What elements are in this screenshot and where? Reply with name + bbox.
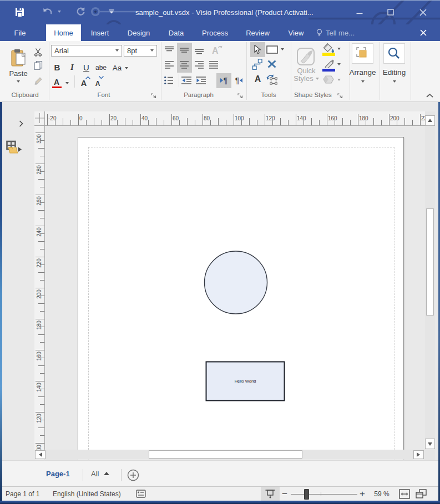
effects-button[interactable]: [323, 75, 334, 84]
insert-page-button[interactable]: [127, 469, 139, 481]
tab-file[interactable]: File: [8, 24, 32, 41]
rotate-text-button[interactable]: A: [209, 43, 224, 58]
scroll-up-button[interactable]: [425, 115, 436, 126]
bullets-button[interactable]: [161, 73, 176, 88]
font-size-combobox[interactable]: 8pt: [124, 45, 157, 57]
arrange-button[interactable]: [352, 43, 373, 64]
shape-styles-dialog-launcher[interactable]: [337, 93, 343, 99]
paste-label: Paste: [9, 69, 27, 78]
collapse-ribbon-button[interactable]: [424, 92, 435, 99]
bold-button[interactable]: B: [52, 60, 62, 74]
save-button[interactable]: [12, 4, 27, 19]
strikethrough-button[interactable]: abe: [95, 60, 107, 74]
maximize-button[interactable]: [380, 0, 402, 24]
font-name-dropdown[interactable]: [113, 45, 122, 57]
tab-data[interactable]: Data: [163, 24, 189, 41]
redo-button[interactable]: [73, 4, 88, 19]
horizontal-scrollbar[interactable]: [34, 450, 436, 460]
tab-home[interactable]: Home: [46, 24, 81, 41]
font-color-button[interactable]: A: [51, 75, 62, 89]
tab-design[interactable]: Design: [123, 24, 155, 41]
tab-insert[interactable]: Insert: [84, 24, 115, 41]
line-dropdown[interactable]: [336, 62, 342, 67]
cut-button[interactable]: [32, 46, 44, 58]
undo-dropdown[interactable]: [55, 4, 63, 19]
decrease-indent-button[interactable]: [179, 73, 194, 88]
align-bottom-button[interactable]: [192, 43, 207, 58]
page-count-status[interactable]: Page 1 of 1: [6, 487, 39, 501]
page-tab-page1[interactable]: Page-1: [46, 461, 70, 486]
scroll-left-button[interactable]: [35, 450, 45, 459]
align-top-button[interactable]: [162, 43, 177, 58]
align-left-button[interactable]: [162, 58, 177, 73]
window-top-edge: [0, 0, 440, 1]
page-tab-all[interactable]: All: [91, 461, 109, 486]
font-size-dropdown[interactable]: [148, 45, 156, 57]
editing-dropdown[interactable]: [378, 80, 411, 83]
scroll-down-button[interactable]: [425, 439, 436, 449]
rotate-tool-button[interactable]: [266, 73, 279, 85]
shape-circle[interactable]: [205, 251, 267, 314]
connector-tool-button[interactable]: [252, 59, 263, 70]
paste-button[interactable]: Paste: [7, 42, 30, 89]
tab-review[interactable]: Review: [241, 24, 275, 41]
justify-button[interactable]: [206, 58, 221, 73]
tell-me-box[interactable]: Tell me...: [316, 24, 355, 41]
vertical-scrollbar[interactable]: [425, 111, 436, 460]
format-painter-icon: [34, 77, 43, 85]
minimize-button[interactable]: [348, 0, 371, 24]
ltr-paragraph-button[interactable]: ¶: [216, 73, 231, 88]
grow-font-button[interactable]: A: [78, 75, 90, 89]
switch-windows-button[interactable]: [416, 489, 427, 499]
editing-button[interactable]: [383, 43, 405, 64]
align-right-button[interactable]: [192, 58, 207, 73]
paragraph-dialog-launcher[interactable]: [237, 93, 244, 99]
increase-indent-button[interactable]: [193, 73, 208, 88]
pointer-tool-button[interactable]: [250, 42, 266, 57]
change-case-dropdown[interactable]: [124, 60, 129, 74]
close-window-button[interactable]: [412, 0, 434, 24]
horizontal-scroll-thumb[interactable]: [149, 450, 302, 459]
plus-circle-icon: [127, 469, 139, 481]
effects-dropdown[interactable]: [336, 78, 342, 82]
align-middle-button[interactable]: [177, 43, 192, 58]
copy-button[interactable]: [32, 59, 44, 72]
font-name-combobox[interactable]: Arial: [51, 45, 122, 57]
tab-process[interactable]: Process: [198, 24, 232, 41]
underline-button[interactable]: U: [81, 60, 92, 74]
zoom-in-button[interactable]: +: [357, 487, 367, 501]
zoom-slider-thumb[interactable]: [304, 489, 309, 500]
fit-page-button[interactable]: [399, 489, 410, 499]
format-painter-button[interactable]: [32, 75, 44, 87]
customize-qat-icon: [109, 9, 114, 14]
language-status[interactable]: English (United States): [53, 487, 121, 501]
change-case-button[interactable]: Aa: [110, 60, 124, 74]
tab-view[interactable]: View: [283, 24, 309, 41]
text-tool-button[interactable]: A: [252, 74, 263, 85]
fill-dropdown[interactable]: [336, 47, 342, 51]
undo-button[interactable]: [40, 4, 55, 19]
connection-point-button[interactable]: [267, 60, 276, 68]
customize-qat-button[interactable]: [105, 4, 118, 19]
input-language-icon[interactable]: [136, 489, 146, 498]
presentation-mode-button[interactable]: [261, 487, 280, 501]
zoom-out-button[interactable]: −: [280, 487, 290, 501]
shrink-font-button[interactable]: A: [92, 75, 104, 89]
align-center-button[interactable]: [177, 58, 192, 73]
tools-group-label: Tools: [252, 91, 285, 99]
vertical-scroll-thumb[interactable]: [426, 208, 434, 315]
zoom-level-value[interactable]: 59 %: [370, 487, 394, 501]
rectangle-tool-button[interactable]: [266, 45, 278, 54]
font-color-dropdown[interactable]: [63, 75, 71, 89]
divider: [121, 469, 122, 481]
italic-button[interactable]: I: [67, 60, 77, 74]
close-document-button[interactable]: [415, 24, 432, 41]
line-button[interactable]: [323, 59, 336, 68]
zoom-slider-track[interactable]: [291, 494, 357, 495]
arrange-dropdown[interactable]: [346, 80, 380, 83]
scroll-right-button[interactable]: [413, 450, 424, 459]
font-dialog-launcher[interactable]: [150, 93, 157, 99]
quick-styles-button[interactable]: Quick Styles: [294, 42, 318, 88]
rectangle-tool-dropdown[interactable]: [280, 47, 285, 52]
rtl-paragraph-button[interactable]: ¶: [231, 73, 246, 88]
